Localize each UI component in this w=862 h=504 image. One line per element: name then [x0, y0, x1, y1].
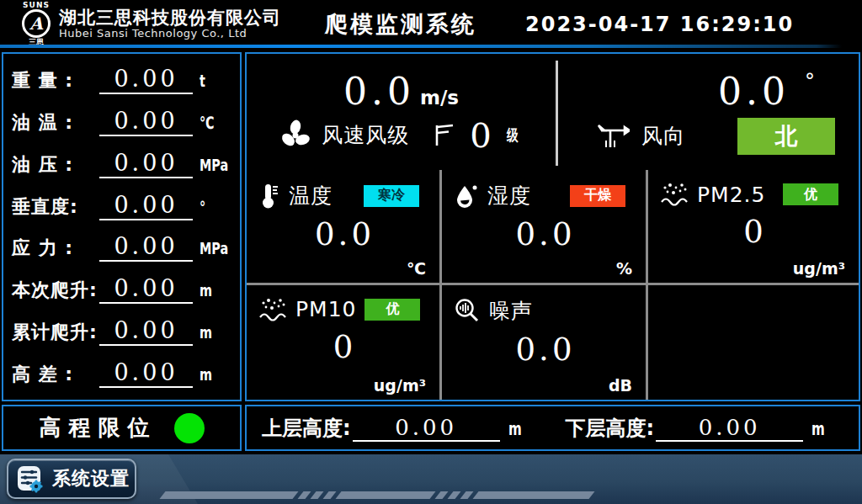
- header-divider: [0, 45, 842, 48]
- sensor-cell-noise: 噪声 0.0 dB: [442, 285, 648, 401]
- metric-value: 0.00: [99, 108, 193, 136]
- status-badge: 优: [364, 299, 420, 321]
- page-title: 爬模监测系统: [325, 9, 476, 40]
- footer-bar: 系统设置: [0, 454, 862, 504]
- metric-label: 累计爬升:: [12, 320, 98, 345]
- datetime-display: 2023-04-17 16:29:10: [525, 13, 794, 36]
- company-logo: SUNS A 三思: [22, 2, 51, 46]
- lower-level-label: 下层高度:: [566, 415, 655, 442]
- wind-speed-section: 0.0m/s: [247, 54, 556, 170]
- sensor-label: PM2.5: [697, 183, 765, 207]
- metric-label: 油 温 :: [12, 110, 98, 135]
- particles-icon: [660, 182, 689, 207]
- sensor-cell-empty: [648, 285, 859, 401]
- wind-direction-label: 风向: [641, 122, 685, 150]
- wind-speed-value-row: 0.0m/s: [247, 70, 556, 113]
- metric-unit: ℃: [200, 113, 233, 133]
- status-badge: 优: [783, 183, 838, 205]
- wind-direction-section: 0.0°: [558, 54, 859, 170]
- system-settings-label: 系统设置: [52, 466, 130, 491]
- logo-icon: A: [22, 9, 51, 38]
- metric-value: 0.00: [99, 359, 193, 388]
- metric-value: 0.00: [99, 192, 193, 220]
- status-badge: 寒冷: [364, 185, 419, 207]
- sensor-value: 0.0: [258, 216, 431, 252]
- wind-row: 0.0m/s: [247, 54, 859, 170]
- company-name: 湖北三思科技股份有限公司 Hubei Sansi Technology Co.,…: [59, 8, 281, 40]
- wind-level-value: 0: [470, 116, 491, 155]
- sensor-unit: ug/m³: [374, 376, 431, 395]
- sensor-cell-humidity: 湿度 干燥 0.0 %: [442, 170, 648, 285]
- elevation-limit-box: 高程限位: [2, 405, 242, 451]
- metric-label: 应 力 :: [12, 236, 98, 261]
- wind-direction-badge: 北: [737, 118, 835, 155]
- main-content: 重 量 : 0.00 t 油 温 : 0.00 ℃ 油 压 : 0.00 MPa…: [0, 48, 862, 401]
- metrics-panel: 重 量 : 0.00 t 油 温 : 0.00 ℃ 油 压 : 0.00 MPa…: [2, 52, 242, 401]
- metric-value: 0.00: [99, 150, 193, 178]
- metric-row-stress: 应 力 : 0.00 MPa: [12, 233, 233, 262]
- wind-vane-icon: [596, 122, 630, 151]
- metric-row-oil-temp: 油 温 : 0.00 ℃: [12, 108, 233, 136]
- wind-speed-value: 0.0: [343, 70, 415, 113]
- metric-unit: m: [200, 364, 233, 385]
- metric-unit: t: [200, 71, 233, 91]
- lower-level-unit: m: [811, 419, 830, 439]
- sensor-unit: ℃: [407, 259, 431, 278]
- hmi-screen: SUNS A 三思 湖北三思科技股份有限公司 Hubei Sansi Techn…: [0, 0, 862, 504]
- logo-top-text: SUNS: [23, 2, 50, 9]
- wind-speed-unit: m/s: [420, 87, 459, 109]
- thermometer-icon: [258, 183, 280, 210]
- sensor-value: 0.0: [454, 216, 637, 252]
- metric-unit: m: [200, 280, 233, 300]
- upper-level-unit: m: [508, 419, 527, 439]
- sensor-label: 噪声: [489, 297, 533, 325]
- header: SUNS A 三思 湖北三思科技股份有限公司 Hubei Sansi Techn…: [0, 0, 862, 48]
- wind-direction-unit: °: [805, 70, 815, 93]
- noise-magnifier-icon: [454, 297, 481, 324]
- metric-row-height-diff: 高 差 : 0.00 m: [12, 359, 233, 388]
- metric-value: 0.00: [99, 233, 193, 262]
- wind-level-flag-icon: [433, 123, 455, 148]
- sensor-label: PM10: [295, 297, 356, 321]
- lower-level-group: 下层高度: 0.00 m: [566, 415, 844, 442]
- metric-label: 高 差 :: [12, 362, 98, 387]
- metric-value: 0.00: [99, 275, 193, 304]
- wind-level-unit: 级: [507, 125, 523, 146]
- sliders-gear-icon: [17, 464, 44, 493]
- lower-level-value: 0.00: [656, 415, 803, 442]
- status-badge: 干燥: [570, 185, 625, 207]
- levels-box: 上层高度: 0.00 m 下层高度: 0.00 m: [245, 405, 860, 451]
- metric-value: 0.00: [99, 317, 193, 346]
- sensor-value: 0: [258, 329, 431, 365]
- elevation-limit-label: 高程限位: [40, 413, 157, 443]
- metric-label: 油 压 :: [12, 152, 98, 178]
- metric-label: 重 量 :: [12, 68, 98, 93]
- metric-row-current-climb: 本次爬升: 0.00 m: [12, 275, 233, 304]
- metric-unit: m: [200, 322, 233, 342]
- company-name-cn: 湖北三思科技股份有限公司: [59, 8, 281, 28]
- metric-unit: MPa: [200, 238, 233, 258]
- metric-unit: MPa: [200, 155, 233, 175]
- sensor-unit: dB: [609, 376, 637, 395]
- sensor-cell-pm25: PM2.5 优 0 ug/m³: [648, 170, 859, 285]
- sensor-label: 湿度: [487, 182, 531, 210]
- metric-label: 垂直度:: [12, 194, 98, 220]
- fan-icon: [279, 119, 311, 151]
- metric-row-total-climb: 累计爬升: 0.00 m: [12, 317, 233, 346]
- metric-row-weight: 重 量 : 0.00 t: [12, 66, 233, 94]
- metric-value: 0.00: [99, 66, 193, 94]
- sensor-unit: ug/m³: [793, 259, 850, 278]
- sensor-grid: 温度 寒冷 0.0 ℃: [247, 170, 859, 400]
- particles-icon: [258, 297, 287, 322]
- droplet-icon: [454, 183, 479, 210]
- system-settings-button[interactable]: 系统设置: [7, 459, 136, 499]
- sensor-unit: %: [616, 259, 637, 278]
- metric-row-oil-pressure: 油 压 : 0.00 MPa: [12, 150, 233, 178]
- upper-level-group: 上层高度: 0.00 m: [262, 415, 540, 442]
- environment-panel: 0.0m/s: [245, 52, 860, 401]
- sensor-value: 0: [660, 214, 850, 250]
- wind-direction-value-row: 0.0°: [558, 70, 859, 113]
- wind-direction-value: 0.0: [718, 70, 790, 113]
- sensor-label: 温度: [289, 182, 333, 210]
- footer-decorative-stripes: [162, 491, 592, 499]
